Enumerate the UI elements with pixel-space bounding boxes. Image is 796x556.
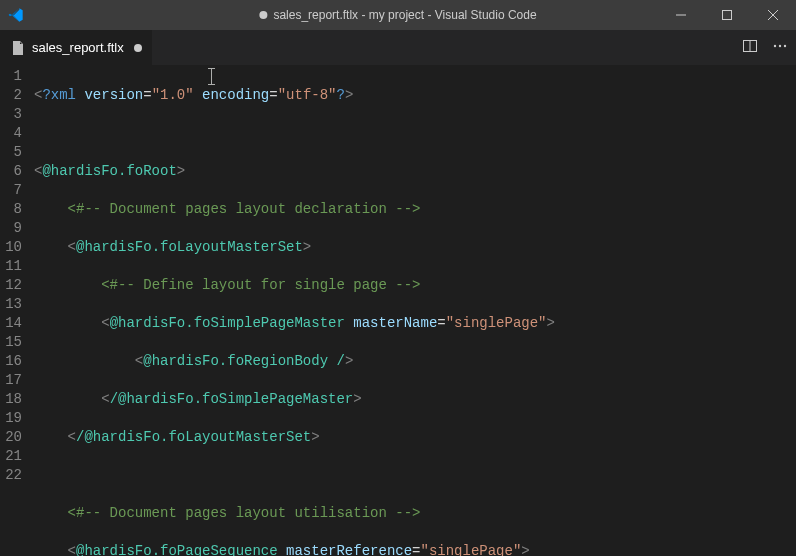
line-number: 13 bbox=[0, 295, 22, 314]
tab-modified-dot-icon bbox=[134, 44, 142, 52]
title-bar-left bbox=[8, 7, 24, 23]
line-number: 11 bbox=[0, 257, 22, 276]
tab-filename: sales_report.ftlx bbox=[32, 40, 124, 55]
line-number: 20 bbox=[0, 428, 22, 447]
line-number: 22 bbox=[0, 466, 22, 485]
line-number: 1 bbox=[0, 67, 22, 86]
file-icon bbox=[10, 40, 26, 56]
window-title-text: sales_report.ftlx - my project - Visual … bbox=[273, 8, 536, 22]
line-number-gutter: 1 2 3 4 5 6 7 8 9 10 11 12 13 14 15 16 1… bbox=[0, 65, 34, 556]
code-line: <?xml version="1.0" encoding="utf-8"?> bbox=[34, 86, 796, 105]
line-number: 10 bbox=[0, 238, 22, 257]
code-line bbox=[34, 466, 796, 485]
svg-point-4 bbox=[779, 45, 781, 47]
code-line: <@hardisFo.foLayoutMasterSet> bbox=[34, 238, 796, 257]
code-line: <@hardisFo.foSimplePageMaster masterName… bbox=[34, 314, 796, 333]
line-number: 4 bbox=[0, 124, 22, 143]
vscode-logo-icon bbox=[8, 7, 24, 23]
close-button[interactable] bbox=[750, 0, 796, 30]
line-number: 12 bbox=[0, 276, 22, 295]
line-number: 21 bbox=[0, 447, 22, 466]
code-line: <#-- Document pages layout declaration -… bbox=[34, 200, 796, 219]
line-number: 7 bbox=[0, 181, 22, 200]
text-cursor-icon bbox=[211, 68, 212, 85]
line-number: 5 bbox=[0, 143, 22, 162]
line-number: 6 bbox=[0, 162, 22, 181]
code-line: <@hardisFo.foPageSequence masterReferenc… bbox=[34, 542, 796, 556]
more-actions-icon[interactable] bbox=[772, 38, 788, 57]
title-bar: sales_report.ftlx - my project - Visual … bbox=[0, 0, 796, 30]
line-number: 2 bbox=[0, 86, 22, 105]
tab-sales-report[interactable]: sales_report.ftlx bbox=[0, 30, 153, 65]
code-line bbox=[34, 124, 796, 143]
line-number: 15 bbox=[0, 333, 22, 352]
tab-bar: sales_report.ftlx bbox=[0, 30, 796, 65]
editor[interactable]: 1 2 3 4 5 6 7 8 9 10 11 12 13 14 15 16 1… bbox=[0, 65, 796, 556]
line-number: 19 bbox=[0, 409, 22, 428]
svg-rect-0 bbox=[723, 11, 732, 20]
line-number: 17 bbox=[0, 371, 22, 390]
line-number: 14 bbox=[0, 314, 22, 333]
line-number: 8 bbox=[0, 200, 22, 219]
line-number: 18 bbox=[0, 390, 22, 409]
code-line: <@hardisFo.foRegionBody /> bbox=[34, 352, 796, 371]
svg-point-5 bbox=[784, 45, 786, 47]
code-line: <#-- Document pages layout utilisation -… bbox=[34, 504, 796, 523]
minimize-button[interactable] bbox=[658, 0, 704, 30]
maximize-button[interactable] bbox=[704, 0, 750, 30]
code-line: <@hardisFo.foRoot> bbox=[34, 162, 796, 181]
code-line: <#-- Define layout for single page --> bbox=[34, 276, 796, 295]
code-line: </@hardisFo.foLayoutMasterSet> bbox=[34, 428, 796, 447]
line-number: 16 bbox=[0, 352, 22, 371]
svg-point-3 bbox=[774, 45, 776, 47]
code-line: </@hardisFo.foSimplePageMaster> bbox=[34, 390, 796, 409]
window-title: sales_report.ftlx - my project - Visual … bbox=[259, 8, 536, 22]
line-number: 9 bbox=[0, 219, 22, 238]
line-number: 3 bbox=[0, 105, 22, 124]
modified-dot-icon bbox=[259, 11, 267, 19]
split-editor-icon[interactable] bbox=[742, 38, 758, 57]
window-controls bbox=[658, 0, 796, 30]
tab-bar-actions bbox=[742, 30, 796, 65]
code-area[interactable]: <?xml version="1.0" encoding="utf-8"?> <… bbox=[34, 65, 796, 556]
